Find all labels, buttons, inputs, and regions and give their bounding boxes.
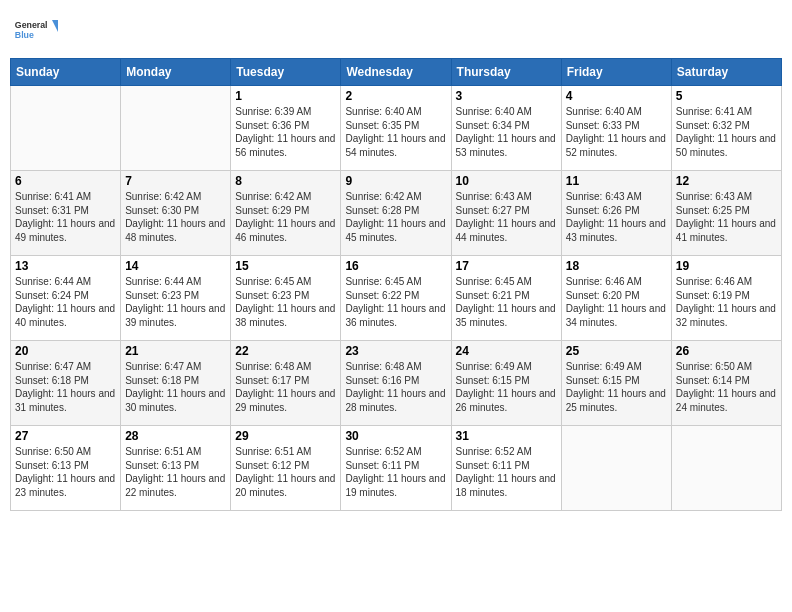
calendar-cell: 5Sunrise: 6:41 AM Sunset: 6:32 PM Daylig…	[671, 86, 781, 171]
day-number: 4	[566, 89, 667, 103]
logo-svg: General Blue	[14, 10, 58, 50]
calendar-cell: 26Sunrise: 6:50 AM Sunset: 6:14 PM Dayli…	[671, 341, 781, 426]
day-number: 30	[345, 429, 446, 443]
day-number: 22	[235, 344, 336, 358]
week-row: 27Sunrise: 6:50 AM Sunset: 6:13 PM Dayli…	[11, 426, 782, 511]
day-info: Sunrise: 6:45 AM Sunset: 6:22 PM Dayligh…	[345, 275, 446, 329]
day-info: Sunrise: 6:41 AM Sunset: 6:32 PM Dayligh…	[676, 105, 777, 159]
day-info: Sunrise: 6:50 AM Sunset: 6:13 PM Dayligh…	[15, 445, 116, 499]
day-info: Sunrise: 6:44 AM Sunset: 6:24 PM Dayligh…	[15, 275, 116, 329]
day-info: Sunrise: 6:48 AM Sunset: 6:17 PM Dayligh…	[235, 360, 336, 414]
day-info: Sunrise: 6:46 AM Sunset: 6:20 PM Dayligh…	[566, 275, 667, 329]
day-number: 8	[235, 174, 336, 188]
day-info: Sunrise: 6:40 AM Sunset: 6:35 PM Dayligh…	[345, 105, 446, 159]
calendar-cell: 8Sunrise: 6:42 AM Sunset: 6:29 PM Daylig…	[231, 171, 341, 256]
weekday-header: Sunday	[11, 59, 121, 86]
calendar-cell: 22Sunrise: 6:48 AM Sunset: 6:17 PM Dayli…	[231, 341, 341, 426]
calendar-cell: 21Sunrise: 6:47 AM Sunset: 6:18 PM Dayli…	[121, 341, 231, 426]
day-number: 31	[456, 429, 557, 443]
calendar-cell: 4Sunrise: 6:40 AM Sunset: 6:33 PM Daylig…	[561, 86, 671, 171]
day-info: Sunrise: 6:43 AM Sunset: 6:25 PM Dayligh…	[676, 190, 777, 244]
day-info: Sunrise: 6:44 AM Sunset: 6:23 PM Dayligh…	[125, 275, 226, 329]
calendar-cell: 19Sunrise: 6:46 AM Sunset: 6:19 PM Dayli…	[671, 256, 781, 341]
calendar-cell: 16Sunrise: 6:45 AM Sunset: 6:22 PM Dayli…	[341, 256, 451, 341]
day-info: Sunrise: 6:50 AM Sunset: 6:14 PM Dayligh…	[676, 360, 777, 414]
day-number: 2	[345, 89, 446, 103]
day-number: 19	[676, 259, 777, 273]
calendar-cell: 20Sunrise: 6:47 AM Sunset: 6:18 PM Dayli…	[11, 341, 121, 426]
day-number: 10	[456, 174, 557, 188]
day-number: 5	[676, 89, 777, 103]
day-info: Sunrise: 6:46 AM Sunset: 6:19 PM Dayligh…	[676, 275, 777, 329]
day-number: 1	[235, 89, 336, 103]
week-row: 6Sunrise: 6:41 AM Sunset: 6:31 PM Daylig…	[11, 171, 782, 256]
day-number: 12	[676, 174, 777, 188]
day-info: Sunrise: 6:42 AM Sunset: 6:28 PM Dayligh…	[345, 190, 446, 244]
day-info: Sunrise: 6:41 AM Sunset: 6:31 PM Dayligh…	[15, 190, 116, 244]
weekday-header: Tuesday	[231, 59, 341, 86]
calendar-header: SundayMondayTuesdayWednesdayThursdayFrid…	[11, 59, 782, 86]
weekday-header: Thursday	[451, 59, 561, 86]
calendar-cell: 18Sunrise: 6:46 AM Sunset: 6:20 PM Dayli…	[561, 256, 671, 341]
calendar-cell: 7Sunrise: 6:42 AM Sunset: 6:30 PM Daylig…	[121, 171, 231, 256]
day-info: Sunrise: 6:49 AM Sunset: 6:15 PM Dayligh…	[456, 360, 557, 414]
weekday-row: SundayMondayTuesdayWednesdayThursdayFrid…	[11, 59, 782, 86]
weekday-header: Monday	[121, 59, 231, 86]
svg-text:Blue: Blue	[15, 30, 34, 40]
day-info: Sunrise: 6:40 AM Sunset: 6:33 PM Dayligh…	[566, 105, 667, 159]
calendar-cell: 24Sunrise: 6:49 AM Sunset: 6:15 PM Dayli…	[451, 341, 561, 426]
day-number: 29	[235, 429, 336, 443]
weekday-header: Friday	[561, 59, 671, 86]
day-number: 11	[566, 174, 667, 188]
calendar-cell: 11Sunrise: 6:43 AM Sunset: 6:26 PM Dayli…	[561, 171, 671, 256]
svg-text:General: General	[15, 20, 48, 30]
day-number: 28	[125, 429, 226, 443]
calendar-cell: 15Sunrise: 6:45 AM Sunset: 6:23 PM Dayli…	[231, 256, 341, 341]
calendar-cell: 25Sunrise: 6:49 AM Sunset: 6:15 PM Dayli…	[561, 341, 671, 426]
day-number: 25	[566, 344, 667, 358]
weekday-header: Wednesday	[341, 59, 451, 86]
day-number: 7	[125, 174, 226, 188]
calendar-cell: 10Sunrise: 6:43 AM Sunset: 6:27 PM Dayli…	[451, 171, 561, 256]
day-info: Sunrise: 6:51 AM Sunset: 6:13 PM Dayligh…	[125, 445, 226, 499]
day-number: 9	[345, 174, 446, 188]
day-info: Sunrise: 6:43 AM Sunset: 6:26 PM Dayligh…	[566, 190, 667, 244]
calendar-cell	[561, 426, 671, 511]
day-number: 6	[15, 174, 116, 188]
calendar-cell: 31Sunrise: 6:52 AM Sunset: 6:11 PM Dayli…	[451, 426, 561, 511]
day-info: Sunrise: 6:47 AM Sunset: 6:18 PM Dayligh…	[15, 360, 116, 414]
day-info: Sunrise: 6:45 AM Sunset: 6:23 PM Dayligh…	[235, 275, 336, 329]
day-number: 26	[676, 344, 777, 358]
day-number: 24	[456, 344, 557, 358]
calendar-cell: 23Sunrise: 6:48 AM Sunset: 6:16 PM Dayli…	[341, 341, 451, 426]
day-number: 18	[566, 259, 667, 273]
page-header: General Blue	[10, 10, 782, 50]
logo-container: General Blue	[14, 10, 58, 50]
day-number: 3	[456, 89, 557, 103]
calendar-cell: 1Sunrise: 6:39 AM Sunset: 6:36 PM Daylig…	[231, 86, 341, 171]
calendar-table: SundayMondayTuesdayWednesdayThursdayFrid…	[10, 58, 782, 511]
day-info: Sunrise: 6:52 AM Sunset: 6:11 PM Dayligh…	[345, 445, 446, 499]
calendar-cell: 13Sunrise: 6:44 AM Sunset: 6:24 PM Dayli…	[11, 256, 121, 341]
day-info: Sunrise: 6:39 AM Sunset: 6:36 PM Dayligh…	[235, 105, 336, 159]
day-info: Sunrise: 6:49 AM Sunset: 6:15 PM Dayligh…	[566, 360, 667, 414]
day-number: 27	[15, 429, 116, 443]
calendar-cell: 2Sunrise: 6:40 AM Sunset: 6:35 PM Daylig…	[341, 86, 451, 171]
calendar-cell: 28Sunrise: 6:51 AM Sunset: 6:13 PM Dayli…	[121, 426, 231, 511]
calendar-cell: 17Sunrise: 6:45 AM Sunset: 6:21 PM Dayli…	[451, 256, 561, 341]
day-info: Sunrise: 6:43 AM Sunset: 6:27 PM Dayligh…	[456, 190, 557, 244]
week-row: 1Sunrise: 6:39 AM Sunset: 6:36 PM Daylig…	[11, 86, 782, 171]
day-info: Sunrise: 6:51 AM Sunset: 6:12 PM Dayligh…	[235, 445, 336, 499]
day-number: 16	[345, 259, 446, 273]
day-number: 23	[345, 344, 446, 358]
calendar-cell	[671, 426, 781, 511]
calendar-cell: 6Sunrise: 6:41 AM Sunset: 6:31 PM Daylig…	[11, 171, 121, 256]
svg-marker-2	[52, 20, 58, 32]
calendar-cell	[11, 86, 121, 171]
day-info: Sunrise: 6:47 AM Sunset: 6:18 PM Dayligh…	[125, 360, 226, 414]
week-row: 13Sunrise: 6:44 AM Sunset: 6:24 PM Dayli…	[11, 256, 782, 341]
day-number: 14	[125, 259, 226, 273]
calendar-body: 1Sunrise: 6:39 AM Sunset: 6:36 PM Daylig…	[11, 86, 782, 511]
day-number: 21	[125, 344, 226, 358]
calendar-cell: 27Sunrise: 6:50 AM Sunset: 6:13 PM Dayli…	[11, 426, 121, 511]
